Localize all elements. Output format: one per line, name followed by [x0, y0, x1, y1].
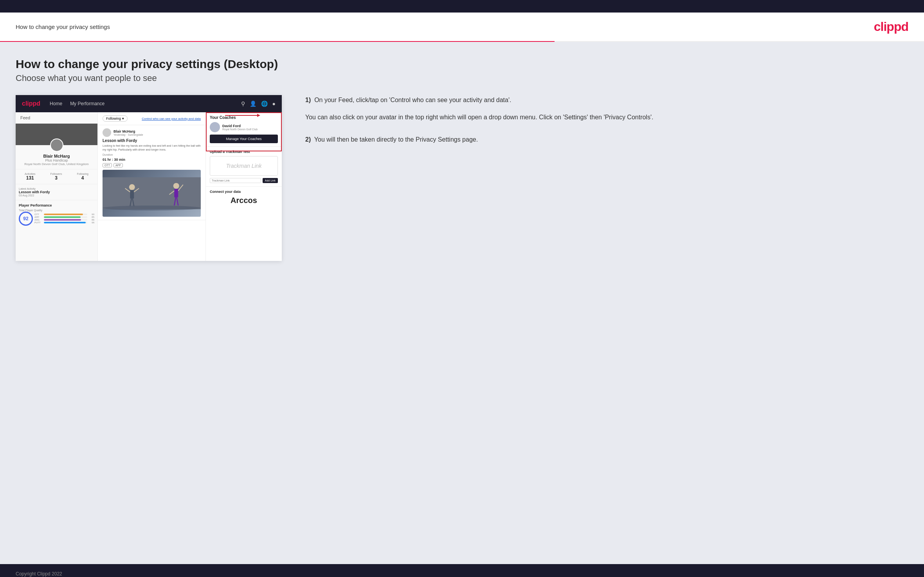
mock-player-performance: Player Performance Total Player Quality … [16, 200, 97, 229]
instruction-1-number: 1) [305, 97, 311, 103]
instructions-panel: 1) On your Feed, click/tap on 'Control w… [297, 95, 908, 157]
add-link-button[interactable]: Add Link [263, 178, 278, 183]
top-bar [0, 0, 924, 13]
mock-post: Blair McHarg Yesterday · Sunningdale Les… [98, 125, 205, 220]
svg-rect-9 [174, 189, 178, 197]
mock-nav-performance[interactable]: My Performance [70, 101, 104, 106]
trackman-link-input[interactable] [210, 178, 261, 183]
bar-ott-label: OTT [34, 213, 43, 216]
bar-app-label: APP [34, 216, 43, 218]
header: How to change your privacy settings clip… [0, 13, 924, 41]
golfer-svg [103, 170, 201, 217]
svg-point-1 [103, 205, 201, 210]
copyright-text: Copyright Clippd 2022 [16, 571, 62, 577]
instruction-1-text: 1) On your Feed, click/tap on 'Control w… [305, 95, 908, 105]
activities-label: Activities [25, 173, 36, 175]
quality-row: 92 OTT 90 APP 85 [19, 212, 94, 226]
search-icon[interactable]: ⚲ [241, 101, 245, 107]
post-body: Looking to feel like my hands are exitin… [103, 144, 201, 152]
svg-point-2 [129, 184, 135, 190]
svg-rect-3 [130, 190, 134, 198]
trackman-input-row: Add Link [210, 178, 278, 183]
coaches-title: Your Coaches [210, 115, 278, 120]
mock-stat-following: Following 4 [77, 173, 88, 181]
mock-left-panel: Feed Blair McHarg Plus Handicap Royal No… [16, 112, 98, 261]
following-value: 4 [77, 175, 88, 181]
duration-value: 01 hr : 30 min [103, 158, 201, 162]
tag-app: APP [113, 163, 123, 167]
mock-trackman-section: Upload a Trackman Test Trackman Link Add… [206, 147, 282, 187]
latest-activity-label: Latest Activity [19, 187, 94, 190]
page-heading: How to change your privacy settings (Des… [16, 58, 908, 71]
post-author-avatar [103, 128, 111, 137]
trackman-placeholder: Trackman Link [226, 163, 262, 169]
bar-arg-track [44, 219, 87, 221]
bar-app-track [44, 216, 87, 218]
mock-profile-handicap: Plus Handicap [19, 158, 94, 162]
bar-putt-track [44, 222, 87, 223]
instruction-1-extra: You can also click on your avatar in the… [305, 112, 908, 122]
latest-activity-name: Lesson with Fordy [19, 190, 94, 194]
mock-stat-followers: Followers 3 [50, 173, 62, 181]
mock-navbar: clippd Home My Performance ⚲ 👤 🌐 ● [16, 95, 282, 112]
bar-app-val: 85 [88, 216, 94, 218]
mock-middle-panel: Following ▾ Control who can see your act… [98, 112, 205, 261]
bar-arg: ARG 86 [34, 219, 94, 221]
bar-app: APP 85 [34, 216, 94, 218]
arccos-label: Arccos [210, 196, 278, 205]
bar-ott-track [44, 214, 87, 215]
clippd-logo: clippd [874, 20, 908, 34]
quality-label: Total Player Quality [19, 209, 94, 212]
bar-ott-fill [44, 214, 83, 215]
content-layout: clippd Home My Performance ⚲ 👤 🌐 ● Feed [16, 95, 908, 261]
coach-name: David Ford [222, 124, 258, 128]
mock-feed-tab[interactable]: Feed [16, 112, 97, 124]
mock-profile-banner [16, 124, 97, 145]
breadcrumb: How to change your privacy settings [16, 23, 110, 30]
mock-body: Feed Blair McHarg Plus Handicap Royal No… [16, 112, 282, 261]
instruction-2-text: 2) You will then be taken directly to th… [305, 135, 908, 145]
control-privacy-link[interactable]: Control who can see your activity and da… [142, 117, 201, 120]
instruction-1: 1) On your Feed, click/tap on 'Control w… [305, 95, 908, 122]
mock-connect-section: Connect your data Arccos [206, 187, 282, 208]
mock-nav-home[interactable]: Home [50, 101, 62, 106]
connect-title: Connect your data [210, 190, 278, 194]
svg-rect-0 [103, 177, 201, 209]
performance-title: Player Performance [19, 203, 94, 207]
mock-nav-icons: ⚲ 👤 🌐 ● [241, 101, 276, 107]
mock-right-panel: Your Coaches David Ford Royal North Devo… [205, 112, 282, 261]
instruction-2-number: 2) [305, 136, 311, 143]
manage-coaches-button[interactable]: Manage Your Coaches [210, 135, 278, 143]
bar-arg-label: ARG [34, 219, 43, 221]
bar-arg-fill [44, 219, 81, 221]
instruction-2: 2) You will then be taken directly to th… [305, 135, 908, 145]
svg-point-8 [173, 183, 179, 189]
bar-putt-fill [44, 222, 86, 223]
main-content: How to change your privacy settings (Des… [0, 42, 924, 564]
mock-latest-activity: Latest Activity Lesson with Fordy 03 Aug… [16, 184, 97, 200]
bar-putt: PUTT 96 [34, 221, 94, 224]
bar-app-fill [44, 216, 81, 218]
globe-icon[interactable]: 🌐 [261, 101, 268, 107]
bar-putt-val: 96 [88, 221, 94, 224]
post-title: Lesson with Fordy [103, 138, 201, 143]
mock-following-bar: Following ▾ Control who can see your act… [98, 112, 205, 125]
post-image [103, 170, 201, 217]
quality-score: 92 [19, 212, 33, 226]
mock-profile-avatar [50, 138, 63, 152]
mock-logo: clippd [22, 100, 40, 107]
following-label: Following [77, 173, 88, 175]
post-author-name: Blair McHarg [113, 129, 143, 133]
avatar-icon[interactable]: ● [272, 101, 276, 107]
person-icon[interactable]: 👤 [250, 101, 256, 107]
screenshot-mock: clippd Home My Performance ⚲ 👤 🌐 ● Feed [16, 95, 282, 261]
bar-ott: OTT 90 [34, 213, 94, 216]
trackman-placeholder-box: Trackman Link [210, 156, 278, 176]
post-tags: OTT APP [103, 163, 201, 167]
latest-activity-date: 03 Aug 2022 [19, 194, 94, 197]
mock-profile-club: Royal North Devon Golf Club, United King… [19, 162, 94, 166]
followers-value: 3 [50, 175, 62, 181]
trackman-title: Upload a Trackman Test [210, 150, 278, 154]
following-button[interactable]: Following ▾ [103, 115, 128, 122]
page-subheading: Choose what you want people to see [16, 73, 908, 83]
